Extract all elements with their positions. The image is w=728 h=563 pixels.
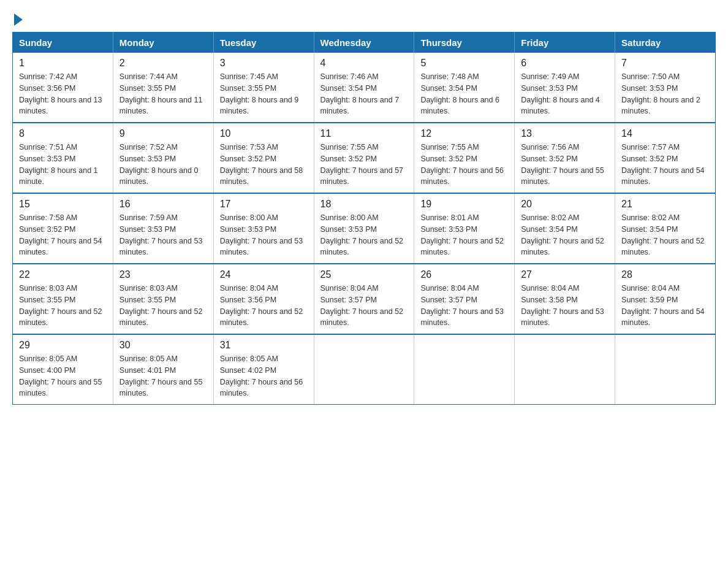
calendar-day-cell: 27Sunrise: 8:04 AMSunset: 3:58 PMDayligh… [515, 264, 615, 334]
day-number: 29 [19, 340, 107, 351]
calendar-day-cell: 28Sunrise: 8:04 AMSunset: 3:59 PMDayligh… [615, 264, 716, 334]
calendar-day-cell: 5Sunrise: 7:48 AMSunset: 3:54 PMDaylight… [414, 53, 515, 123]
day-number: 20 [521, 199, 609, 210]
calendar-day-cell: 24Sunrise: 8:04 AMSunset: 3:56 PMDayligh… [213, 264, 314, 334]
day-info: Sunrise: 7:45 AMSunset: 3:55 PMDaylight:… [220, 71, 308, 117]
day-number: 9 [119, 128, 207, 139]
calendar-header: SundayMondayTuesdayWednesdayThursdayFrid… [13, 33, 716, 53]
calendar-day-cell: 29Sunrise: 8:05 AMSunset: 4:00 PMDayligh… [13, 334, 113, 405]
day-info: Sunrise: 7:53 AMSunset: 3:52 PMDaylight:… [220, 142, 308, 188]
calendar-day-cell: 21Sunrise: 8:02 AMSunset: 3:54 PMDayligh… [615, 193, 716, 264]
weekday-header-sunday: Sunday [13, 33, 113, 53]
day-number: 4 [320, 58, 408, 69]
calendar-day-cell: 8Sunrise: 7:51 AMSunset: 3:53 PMDaylight… [13, 123, 113, 193]
day-info: Sunrise: 8:05 AMSunset: 4:00 PMDaylight:… [19, 353, 107, 399]
day-info: Sunrise: 7:59 AMSunset: 3:53 PMDaylight:… [119, 212, 207, 258]
day-number: 19 [420, 199, 508, 210]
day-number: 30 [119, 340, 207, 351]
calendar-day-cell: 9Sunrise: 7:52 AMSunset: 3:53 PMDaylight… [113, 123, 213, 193]
day-info: Sunrise: 7:42 AMSunset: 3:56 PMDaylight:… [19, 71, 107, 117]
weekday-header-wednesday: Wednesday [314, 33, 414, 53]
day-info: Sunrise: 8:04 AMSunset: 3:57 PMDaylight:… [320, 283, 408, 329]
day-number: 13 [521, 128, 609, 139]
day-number: 2 [119, 58, 207, 69]
day-info: Sunrise: 7:48 AMSunset: 3:54 PMDaylight:… [420, 71, 508, 117]
day-number: 21 [621, 199, 709, 210]
page-header [12, 12, 716, 26]
calendar-day-cell: 1Sunrise: 7:42 AMSunset: 3:56 PMDaylight… [13, 53, 113, 123]
calendar-day-cell: 22Sunrise: 8:03 AMSunset: 3:55 PMDayligh… [13, 264, 113, 334]
day-number: 26 [420, 269, 508, 280]
day-number: 27 [521, 269, 609, 280]
day-info: Sunrise: 8:04 AMSunset: 3:59 PMDaylight:… [621, 283, 709, 329]
day-info: Sunrise: 8:04 AMSunset: 3:57 PMDaylight:… [420, 283, 508, 329]
day-number: 7 [621, 58, 709, 69]
day-info: Sunrise: 7:46 AMSunset: 3:54 PMDaylight:… [320, 71, 408, 117]
calendar-day-cell: 15Sunrise: 7:58 AMSunset: 3:52 PMDayligh… [13, 193, 113, 264]
day-info: Sunrise: 8:00 AMSunset: 3:53 PMDaylight:… [320, 212, 408, 258]
weekday-header-friday: Friday [515, 33, 615, 53]
calendar-week-row: 15Sunrise: 7:58 AMSunset: 3:52 PMDayligh… [13, 193, 716, 264]
day-number: 24 [220, 269, 308, 280]
day-info: Sunrise: 8:01 AMSunset: 3:53 PMDaylight:… [420, 212, 508, 258]
logo [12, 12, 23, 26]
calendar-day-cell: 12Sunrise: 7:55 AMSunset: 3:52 PMDayligh… [414, 123, 515, 193]
calendar-day-cell: 31Sunrise: 8:05 AMSunset: 4:02 PMDayligh… [213, 334, 314, 405]
day-number: 10 [220, 128, 308, 139]
day-number: 15 [19, 199, 107, 210]
day-info: Sunrise: 7:44 AMSunset: 3:55 PMDaylight:… [119, 71, 207, 117]
calendar-day-cell [314, 334, 414, 405]
calendar-day-cell: 23Sunrise: 8:03 AMSunset: 3:55 PMDayligh… [113, 264, 213, 334]
calendar-week-row: 29Sunrise: 8:05 AMSunset: 4:00 PMDayligh… [13, 334, 716, 405]
day-number: 14 [621, 128, 709, 139]
calendar-day-cell: 10Sunrise: 7:53 AMSunset: 3:52 PMDayligh… [213, 123, 314, 193]
calendar-day-cell: 2Sunrise: 7:44 AMSunset: 3:55 PMDaylight… [113, 53, 213, 123]
calendar-day-cell [615, 334, 716, 405]
day-info: Sunrise: 8:05 AMSunset: 4:02 PMDaylight:… [220, 353, 308, 399]
calendar-day-cell: 7Sunrise: 7:50 AMSunset: 3:53 PMDaylight… [615, 53, 716, 123]
calendar-day-cell: 4Sunrise: 7:46 AMSunset: 3:54 PMDaylight… [314, 53, 414, 123]
day-info: Sunrise: 8:04 AMSunset: 3:58 PMDaylight:… [521, 283, 609, 329]
calendar-day-cell: 17Sunrise: 8:00 AMSunset: 3:53 PMDayligh… [213, 193, 314, 264]
day-number: 8 [19, 128, 107, 139]
calendar-week-row: 1Sunrise: 7:42 AMSunset: 3:56 PMDaylight… [13, 53, 716, 123]
day-info: Sunrise: 8:03 AMSunset: 3:55 PMDaylight:… [19, 283, 107, 329]
weekday-header-thursday: Thursday [414, 33, 515, 53]
calendar-day-cell: 11Sunrise: 7:55 AMSunset: 3:52 PMDayligh… [314, 123, 414, 193]
day-number: 12 [420, 128, 508, 139]
calendar-day-cell: 26Sunrise: 8:04 AMSunset: 3:57 PMDayligh… [414, 264, 515, 334]
day-info: Sunrise: 7:58 AMSunset: 3:52 PMDaylight:… [19, 212, 107, 258]
calendar-day-cell: 13Sunrise: 7:56 AMSunset: 3:52 PMDayligh… [515, 123, 615, 193]
weekday-header-monday: Monday [113, 33, 213, 53]
day-number: 22 [19, 269, 107, 280]
calendar-day-cell: 14Sunrise: 7:57 AMSunset: 3:52 PMDayligh… [615, 123, 716, 193]
day-info: Sunrise: 7:55 AMSunset: 3:52 PMDaylight:… [420, 142, 508, 188]
day-number: 31 [220, 340, 308, 351]
calendar-day-cell: 19Sunrise: 8:01 AMSunset: 3:53 PMDayligh… [414, 193, 515, 264]
calendar-day-cell: 20Sunrise: 8:02 AMSunset: 3:54 PMDayligh… [515, 193, 615, 264]
day-info: Sunrise: 7:57 AMSunset: 3:52 PMDaylight:… [621, 142, 709, 188]
calendar-day-cell: 3Sunrise: 7:45 AMSunset: 3:55 PMDaylight… [213, 53, 314, 123]
day-number: 16 [119, 199, 207, 210]
calendar-week-row: 22Sunrise: 8:03 AMSunset: 3:55 PMDayligh… [13, 264, 716, 334]
calendar-day-cell [515, 334, 615, 405]
day-info: Sunrise: 7:49 AMSunset: 3:53 PMDaylight:… [521, 71, 609, 117]
day-info: Sunrise: 8:02 AMSunset: 3:54 PMDaylight:… [621, 212, 709, 258]
day-info: Sunrise: 7:51 AMSunset: 3:53 PMDaylight:… [19, 142, 107, 188]
day-number: 23 [119, 269, 207, 280]
day-number: 11 [320, 128, 408, 139]
day-number: 5 [420, 58, 508, 69]
calendar-day-cell: 30Sunrise: 8:05 AMSunset: 4:01 PMDayligh… [113, 334, 213, 405]
calendar-body: 1Sunrise: 7:42 AMSunset: 3:56 PMDaylight… [13, 53, 716, 405]
day-number: 17 [220, 199, 308, 210]
calendar-day-cell: 16Sunrise: 7:59 AMSunset: 3:53 PMDayligh… [113, 193, 213, 264]
day-number: 1 [19, 58, 107, 69]
calendar-day-cell: 18Sunrise: 8:00 AMSunset: 3:53 PMDayligh… [314, 193, 414, 264]
calendar-table: SundayMondayTuesdayWednesdayThursdayFrid… [12, 32, 716, 405]
day-number: 3 [220, 58, 308, 69]
weekday-header-row: SundayMondayTuesdayWednesdayThursdayFrid… [13, 33, 716, 53]
day-number: 6 [521, 58, 609, 69]
calendar-week-row: 8Sunrise: 7:51 AMSunset: 3:53 PMDaylight… [13, 123, 716, 193]
day-number: 28 [621, 269, 709, 280]
day-info: Sunrise: 8:05 AMSunset: 4:01 PMDaylight:… [119, 353, 207, 399]
